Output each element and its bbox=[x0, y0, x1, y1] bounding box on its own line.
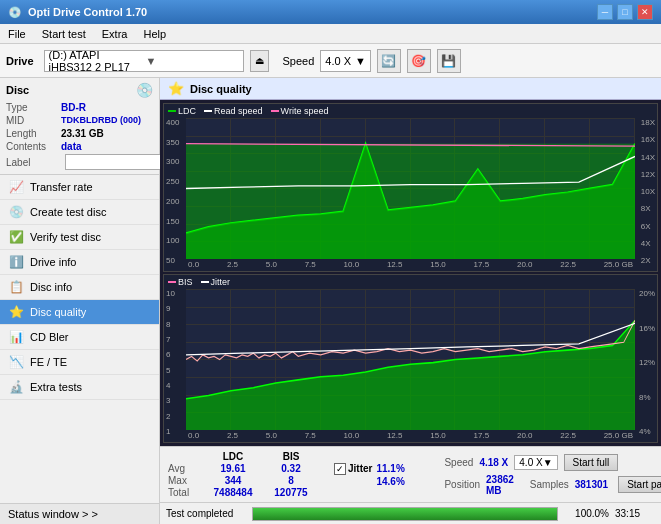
sidebar-item-drive-info[interactable]: ℹ️ Drive info bbox=[0, 250, 159, 275]
disc-length-value: 23.31 GB bbox=[61, 128, 104, 139]
top-chart-x-axis: 0.0 2.5 5.0 7.5 10.0 12.5 15.0 17.5 20.0… bbox=[188, 260, 633, 269]
stats-avg-bis: 0.32 bbox=[262, 463, 320, 474]
sidebar-item-create-test-disc[interactable]: 💿 Create test disc bbox=[0, 200, 159, 225]
legend-ldc: LDC bbox=[168, 106, 196, 116]
top-chart-legend: LDC Read speed Write speed bbox=[168, 106, 328, 116]
bottom-chart-legend: BIS Jitter bbox=[168, 277, 230, 287]
y-left-250: 250 bbox=[166, 177, 179, 186]
speed-select[interactable]: 4.0 X ▼ bbox=[320, 50, 371, 72]
drive-info-label: Drive info bbox=[30, 256, 76, 268]
samples-label: Samples bbox=[530, 479, 569, 490]
drive-value: (D:) ATAPI iHBS312 2 PL17 bbox=[49, 49, 142, 73]
legend-ldc-label: LDC bbox=[178, 106, 196, 116]
disc-label-label: Label bbox=[6, 157, 61, 168]
stats-max-label: Max bbox=[168, 475, 204, 486]
samples-value: 381301 bbox=[575, 479, 608, 490]
disc-contents-value: data bbox=[61, 141, 82, 152]
y-right-12x: 12X bbox=[641, 170, 655, 179]
stats-panel: LDC BIS Avg 19.61 0.32 Max 344 8 Total 7… bbox=[160, 446, 661, 502]
refresh-button[interactable]: 🔄 bbox=[377, 49, 401, 73]
stats-avg-jitter: 11.1% bbox=[376, 463, 436, 474]
jitter-label: Jitter bbox=[348, 463, 372, 474]
bottom-chart: BIS Jitter bbox=[163, 274, 658, 443]
save-icon: 💾 bbox=[441, 54, 456, 68]
refresh-icon: 🔄 bbox=[381, 54, 396, 68]
fe-te-label: FE / TE bbox=[30, 356, 67, 368]
disc-mid-value: TDKBLDRBD (000) bbox=[61, 115, 141, 126]
chart-header-icon: ⭐ bbox=[168, 81, 184, 96]
y-right-8x: 8X bbox=[641, 204, 655, 213]
status-window-button[interactable]: Status window > > bbox=[0, 503, 159, 524]
legend-read-speed-label: Read speed bbox=[214, 106, 263, 116]
bottom-chart-y-right: 20% 16% 12% 8% 4% bbox=[639, 289, 655, 436]
drive-select[interactable]: (D:) ATAPI iHBS312 2 PL17 ▼ bbox=[44, 50, 244, 72]
sidebar-nav: 📈 Transfer rate 💿 Create test disc ✅ Ver… bbox=[0, 175, 159, 503]
disc-length-label: Length bbox=[6, 128, 61, 139]
y-left-150: 150 bbox=[166, 217, 179, 226]
title-bar: 💿 Opti Drive Control 1.70 ─ □ ✕ bbox=[0, 0, 661, 24]
sidebar-item-verify-test-disc[interactable]: ✅ Verify test disc bbox=[0, 225, 159, 250]
sidebar-item-disc-info[interactable]: 📋 Disc info bbox=[0, 275, 159, 300]
disc-type-row: Type BD-R bbox=[6, 102, 153, 113]
menu-help[interactable]: Help bbox=[139, 27, 170, 41]
sidebar-item-transfer-rate[interactable]: 📈 Transfer rate bbox=[0, 175, 159, 200]
start-part-button[interactable]: Start part bbox=[618, 476, 661, 493]
y-right-6x: 6X bbox=[641, 222, 655, 231]
extra-tests-icon: 🔬 bbox=[8, 380, 24, 394]
stats-ldc-header: LDC bbox=[204, 451, 262, 462]
jitter-checkbox[interactable]: ✓ bbox=[334, 463, 346, 475]
app-title: Opti Drive Control 1.70 bbox=[28, 6, 147, 18]
progress-bar-container bbox=[252, 507, 558, 521]
speed-stat-dropdown-icon: ▼ bbox=[543, 457, 553, 468]
cd-bler-label: CD Bler bbox=[30, 331, 69, 343]
speed-label: Speed bbox=[283, 55, 315, 67]
title-bar-left: 💿 Opti Drive Control 1.70 bbox=[8, 6, 147, 19]
menu-bar: File Start test Extra Help bbox=[0, 24, 661, 44]
sidebar-item-fe-te[interactable]: 📉 FE / TE bbox=[0, 350, 159, 375]
y-left-200: 200 bbox=[166, 197, 179, 206]
disc-section-title: Disc bbox=[6, 84, 29, 96]
disc-info-icon: 📋 bbox=[8, 280, 24, 294]
menu-start-test[interactable]: Start test bbox=[38, 27, 90, 41]
target-button[interactable]: 🎯 bbox=[407, 49, 431, 73]
y-left-350: 350 bbox=[166, 138, 179, 147]
sidebar-item-cd-bler[interactable]: 📊 CD Bler bbox=[0, 325, 159, 350]
create-test-disc-label: Create test disc bbox=[30, 206, 106, 218]
disc-type-label: Type bbox=[6, 102, 61, 113]
menu-file[interactable]: File bbox=[4, 27, 30, 41]
title-bar-controls: ─ □ ✕ bbox=[597, 4, 653, 20]
legend-write-speed: Write speed bbox=[271, 106, 329, 116]
sidebar-item-extra-tests[interactable]: 🔬 Extra tests bbox=[0, 375, 159, 400]
stats-total-ldc: 7488484 bbox=[204, 487, 262, 498]
stats-max-bis: 8 bbox=[262, 475, 320, 486]
top-chart-svg bbox=[186, 118, 635, 259]
maximize-button[interactable]: □ bbox=[617, 4, 633, 20]
chart-header: ⭐ Disc quality bbox=[160, 78, 661, 100]
stats-avg-label: Avg bbox=[168, 463, 204, 474]
disc-info-label: Disc info bbox=[30, 281, 72, 293]
jitter-checkbox-row: ✓ Jitter bbox=[334, 463, 372, 475]
extra-tests-label: Extra tests bbox=[30, 381, 82, 393]
sidebar-item-disc-quality[interactable]: ⭐ Disc quality bbox=[0, 300, 159, 325]
close-button[interactable]: ✕ bbox=[637, 4, 653, 20]
y-right-18x: 18X bbox=[641, 118, 655, 127]
menu-extra[interactable]: Extra bbox=[98, 27, 132, 41]
minimize-button[interactable]: ─ bbox=[597, 4, 613, 20]
charts-wrapper: LDC Read speed Write speed bbox=[160, 100, 661, 446]
content-area: ⭐ Disc quality LDC Read speed bbox=[160, 78, 661, 524]
save-button[interactable]: 💾 bbox=[437, 49, 461, 73]
legend-jitter: Jitter bbox=[201, 277, 231, 287]
top-chart: LDC Read speed Write speed bbox=[163, 103, 658, 272]
start-full-button[interactable]: Start full bbox=[564, 454, 619, 471]
disc-panel-icon: 💿 bbox=[136, 82, 153, 98]
verify-test-disc-label: Verify test disc bbox=[30, 231, 101, 243]
speed-stat-select[interactable]: 4.0 X ▼ bbox=[514, 455, 557, 470]
progress-time: 33:15 bbox=[615, 508, 655, 519]
disc-mid-row: MID TDKBLDRBD (000) bbox=[6, 115, 153, 126]
fe-te-icon: 📉 bbox=[8, 355, 24, 369]
disc-quality-label: Disc quality bbox=[30, 306, 86, 318]
bottom-chart-y-left: 10 9 8 7 6 5 4 3 2 1 bbox=[166, 289, 175, 436]
stats-total-label: Total bbox=[168, 487, 204, 498]
eject-button[interactable]: ⏏ bbox=[250, 50, 269, 72]
stats-total-bis: 120775 bbox=[262, 487, 320, 498]
